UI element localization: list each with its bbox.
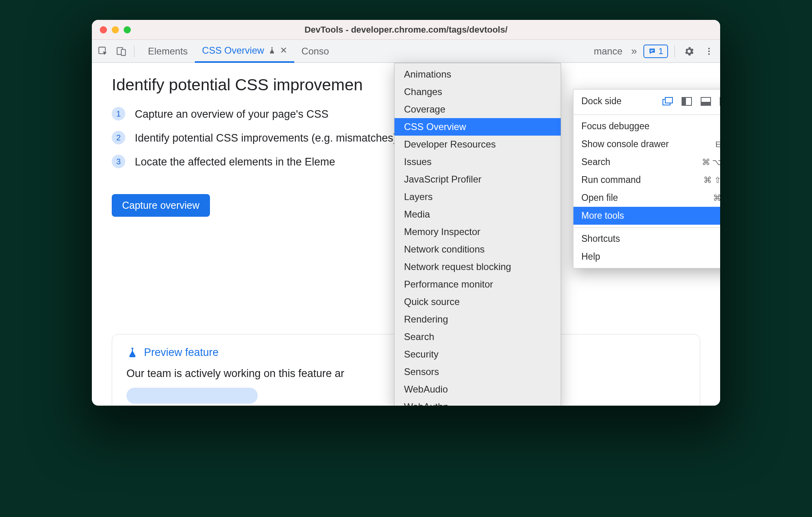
zoom-window-icon[interactable] [124,26,131,33]
submenu-item[interactable]: Memory Inspector [394,223,561,241]
settings-icon[interactable] [681,43,697,59]
close-window-icon[interactable] [100,26,107,33]
traffic-lights [100,26,131,33]
dock-side-row: Dock side [573,92,720,112]
tabs-overflow-icon[interactable]: » [629,45,639,57]
submenu-item[interactable]: Search [394,328,561,346]
svg-point-5 [708,48,710,49]
main-context-menu: Dock side Focus debuggeeShow console dra… [573,89,720,268]
context-menu-item[interactable]: Search⌘ ⌥ F [573,153,720,171]
tab-css-overview[interactable]: CSS Overview ✕ [195,40,294,63]
flask-icon [268,47,276,54]
context-menu-label: Run command [581,175,641,185]
context-menu-shortcut: ⌘ ⌥ F [702,157,721,167]
submenu-item[interactable]: Animations [394,66,561,83]
close-tab-icon[interactable]: ✕ [280,45,287,56]
svg-rect-13 [701,102,711,105]
svg-point-7 [708,53,710,55]
svg-rect-3 [651,50,654,51]
tab-performance-clipped[interactable]: mance [591,46,625,57]
preview-pill [126,388,258,404]
step-number: 2 [112,131,125,144]
window-title: DevTools - developer.chrome.com/tags/dev… [92,25,720,35]
menu-separator [573,115,720,115]
chat-icon [648,47,656,55]
context-menu-shortcut: ⌘ ⇧ P [703,175,720,185]
panel-tabs: Elements CSS Overview ✕ Conso [141,40,336,62]
submenu-item[interactable]: Sensors [394,363,561,381]
submenu-item[interactable]: Issues [394,153,561,171]
context-menu-shortcut: ⌘ P [713,193,720,203]
dock-bottom-icon[interactable] [700,96,712,107]
kebab-menu-icon[interactable] [701,43,717,59]
submenu-item[interactable]: Security [394,346,561,363]
submenu-item[interactable]: Quick source [394,293,561,311]
submenu-item[interactable]: WebAudio [394,381,561,398]
more-tools-submenu: AnimationsChangesCoverageCSS OverviewDev… [394,63,561,406]
context-menu-item[interactable]: Run command⌘ ⇧ P [573,171,720,189]
context-menu-item[interactable]: Help▶ [573,248,720,266]
svg-rect-11 [682,97,686,105]
context-menu-label: Shortcuts [581,233,620,244]
submenu-item[interactable]: WebAuthn [394,398,561,406]
toolbar-divider [134,45,134,57]
context-menu-label: Help [581,251,600,262]
context-menu-item[interactable]: Shortcuts [573,230,720,248]
toolbar-divider [674,45,675,57]
context-menu-shortcut: Esc [715,140,720,149]
dock-side-label: Dock side [581,96,622,107]
context-menu-item[interactable]: Focus debuggee [573,117,720,135]
context-menu-item[interactable]: Show console drawerEsc [573,135,720,153]
flask-icon [126,347,138,359]
submenu-item[interactable]: Network request blocking [394,258,561,276]
device-toggle-icon[interactable] [113,43,129,59]
dock-left-icon[interactable] [681,96,693,107]
svg-rect-4 [651,51,653,52]
submenu-item[interactable]: Layers [394,188,561,206]
titlebar: DevTools - developer.chrome.com/tags/dev… [92,20,720,40]
tab-console[interactable]: Conso [294,40,336,62]
context-menu-item[interactable]: More tools▶ [573,207,720,225]
dock-right-icon[interactable] [719,96,720,107]
devtools-window: DevTools - developer.chrome.com/tags/dev… [92,20,720,406]
step-number: 1 [112,107,125,121]
context-menu-label: Show console drawer [581,139,669,150]
submenu-item[interactable]: Network conditions [394,241,561,258]
menu-separator [573,227,720,227]
svg-point-6 [708,51,710,52]
submenu-item[interactable]: Rendering [394,311,561,328]
svg-rect-2 [121,49,126,55]
submenu-item[interactable]: Media [394,206,561,223]
svg-rect-9 [665,97,672,103]
issues-badge[interactable]: 1 [643,45,668,58]
submenu-item[interactable]: Coverage [394,101,561,118]
submenu-item[interactable]: Developer Resources [394,136,561,153]
context-menu-label: Focus debuggee [581,121,649,132]
submenu-item[interactable]: Changes [394,83,561,101]
tab-elements[interactable]: Elements [141,40,195,62]
dock-undock-icon[interactable] [662,96,674,107]
devtools-toolbar: Elements CSS Overview ✕ Conso mance » 1 [92,40,720,63]
context-menu-item[interactable]: Open file⌘ P [573,189,720,207]
submenu-item[interactable]: Performance monitor [394,276,561,293]
step-number: 3 [112,155,125,168]
inspect-element-icon[interactable] [95,43,111,59]
capture-overview-button[interactable]: Capture overview [112,194,210,217]
submenu-item[interactable]: JavaScript Profiler [394,171,561,188]
minimize-window-icon[interactable] [112,26,119,33]
submenu-item[interactable]: CSS Overview [394,118,561,136]
context-menu-label: Open file [581,192,618,203]
context-menu-label: Search [581,157,610,167]
context-menu-label: More tools [581,210,624,221]
